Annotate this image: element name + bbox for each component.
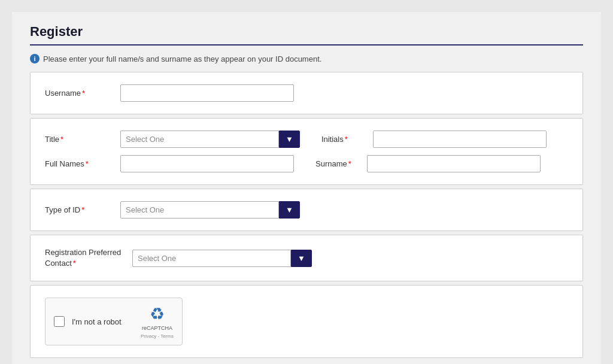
title-initials-row: Title* Select One Mr Ms Mrs Dr Prof ▼ In… xyxy=(45,131,568,148)
surname-input[interactable] xyxy=(367,155,541,172)
surname-label: Surname* xyxy=(315,159,357,168)
recaptcha-brand: reCAPTCHA xyxy=(142,325,172,332)
registration-contact-section: Registration Preferred Contact* Select O… xyxy=(30,235,583,281)
title-dropdown-icon[interactable]: ▼ xyxy=(279,131,300,148)
recaptcha-icon: ♻ xyxy=(150,304,165,324)
type-of-id-label: Type of ID* xyxy=(45,205,111,214)
captcha-logo-area: ♻ reCAPTCHA Privacy - Terms xyxy=(141,304,174,339)
title-select[interactable]: Select One Mr Ms Mrs Dr Prof xyxy=(120,131,279,148)
username-row: Username* xyxy=(45,84,568,102)
title-select-wrapper: Select One Mr Ms Mrs Dr Prof ▼ xyxy=(120,131,300,148)
fullnames-label: Full Names* xyxy=(45,159,111,168)
title-label: Title* xyxy=(45,135,111,144)
recaptcha-subtext: Privacy - Terms xyxy=(141,333,174,339)
initials-label: Initials* xyxy=(321,135,363,144)
type-of-id-row: Type of ID* Select One ID Number Passpor… xyxy=(45,201,568,219)
type-of-id-section: Type of ID* Select One ID Number Passpor… xyxy=(30,189,583,231)
username-section: Username* xyxy=(30,72,583,114)
captcha-section: I'm not a robot ♻ reCAPTCHA Privacy - Te… xyxy=(30,285,583,358)
info-icon: i xyxy=(30,54,40,63)
registration-contact-label: Registration Preferred Contact* xyxy=(45,247,123,269)
captcha-box: I'm not a robot ♻ reCAPTCHA Privacy - Te… xyxy=(45,298,183,345)
username-input[interactable] xyxy=(120,84,294,102)
type-of-id-select-wrapper: Select One ID Number Passport ▼ xyxy=(120,201,300,219)
fullnames-input[interactable] xyxy=(120,155,294,172)
info-message: Please enter your full name/s and surnam… xyxy=(43,54,321,63)
captcha-label: I'm not a robot xyxy=(72,317,133,326)
captcha-checkbox[interactable] xyxy=(54,316,65,327)
registration-contact-row: Registration Preferred Contact* Select O… xyxy=(45,247,568,269)
fullnames-surname-row: Full Names* Surname* xyxy=(45,155,568,172)
type-of-id-dropdown-icon[interactable]: ▼ xyxy=(279,201,300,219)
page-title: Register xyxy=(30,24,583,46)
type-of-id-select[interactable]: Select One ID Number Passport xyxy=(120,201,279,219)
username-label: Username* xyxy=(45,89,111,98)
registration-contact-select-wrapper: Select One Email Mobile ▼ xyxy=(132,250,312,267)
registration-contact-select[interactable]: Select One Email Mobile xyxy=(132,250,291,267)
initials-input[interactable] xyxy=(373,131,547,148)
info-bar: i Please enter your full name/s and surn… xyxy=(30,54,583,63)
identity-section: Title* Select One Mr Ms Mrs Dr Prof ▼ In… xyxy=(30,118,583,185)
registration-contact-dropdown-icon[interactable]: ▼ xyxy=(291,250,312,267)
page-container: Register i Please enter your full name/s… xyxy=(12,12,601,364)
